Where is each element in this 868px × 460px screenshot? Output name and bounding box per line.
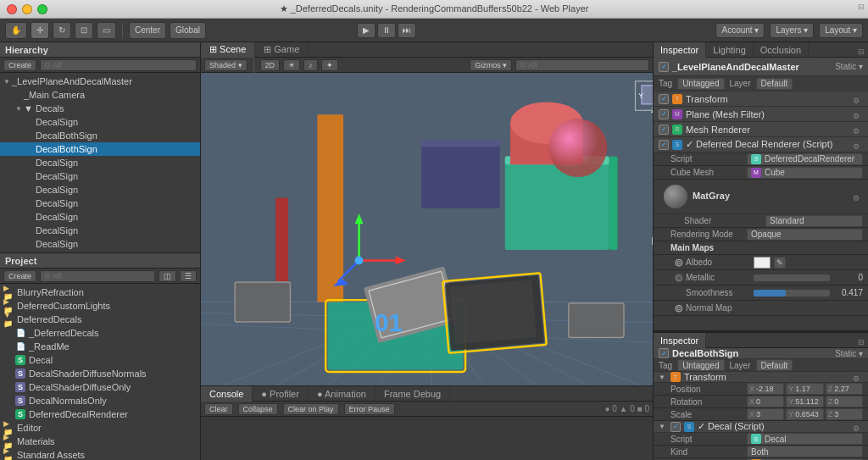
hierarchy-item-7[interactable]: DecalSign	[0, 169, 200, 183]
project-item-10[interactable]: ▶ 📁Editor	[0, 421, 200, 435]
pause-button[interactable]: ⏸	[377, 23, 396, 38]
transform2-settings[interactable]: ⚙	[851, 374, 861, 384]
albedo-picker[interactable]: ✎	[774, 257, 786, 269]
tab-scene[interactable]: ⊞ Scene	[201, 42, 255, 58]
project-item-12[interactable]: ▶ 📁Standard Assets	[0, 448, 200, 460]
obj2-active-checkbox[interactable]: ✓	[659, 348, 669, 358]
project-item-11[interactable]: ▶ 📁Materials	[0, 435, 200, 448]
obj2-static-label[interactable]: Static ▾	[835, 349, 863, 358]
scale-y-field[interactable]: Y 0.6543	[786, 408, 823, 420]
rect-tool-button[interactable]: ▭	[97, 22, 116, 39]
rotation-x-field[interactable]: X 0	[747, 396, 784, 407]
meshfilter-active[interactable]: ✓	[659, 109, 669, 119]
meshfilter-settings[interactable]: ⚙	[851, 111, 861, 121]
tab-inspector1[interactable]: Inspector	[654, 42, 706, 58]
decal-script-component[interactable]: ▼ ✓ S ✓ Decal (Script) ⚙	[654, 421, 868, 433]
clear-button[interactable]: Clear	[204, 403, 233, 415]
project-item-3[interactable]: 📄_DeferredDecals	[0, 326, 200, 340]
project-item-8[interactable]: SDecalNormalsOnly	[0, 394, 200, 407]
global-button[interactable]: Global	[170, 22, 206, 39]
mesh-filter-component[interactable]: ✓ M Plane (Mesh Filter) ⚙	[654, 107, 868, 122]
minimize-button[interactable]	[22, 4, 32, 14]
scale-x-field[interactable]: X 3	[747, 408, 784, 420]
project-item-5[interactable]: SDecal	[0, 353, 200, 367]
tab-inspector2[interactable]: Inspector	[654, 333, 706, 348]
inspector2-float[interactable]: ⊟	[856, 337, 866, 347]
tab-frame-debug[interactable]: Frame Debug	[376, 386, 450, 402]
scene-fx-btn[interactable]: ✦	[321, 59, 338, 71]
tab-console[interactable]: Console	[201, 386, 253, 402]
hierarchy-search-input[interactable]	[40, 59, 197, 71]
project-icon-btn-2[interactable]: ☰	[180, 270, 197, 282]
gizmos-dropdown[interactable]: Gizmos ▾	[470, 59, 512, 71]
console-float-btn[interactable]: ⊟	[856, 2, 866, 12]
tab-lighting[interactable]: Lighting	[706, 42, 754, 58]
hierarchy-item-2[interactable]: ▼▼ Decals	[0, 102, 200, 115]
hierarchy-item-8[interactable]: DecalSign	[0, 183, 200, 197]
albedo-swatch[interactable]	[754, 257, 771, 269]
project-item-4[interactable]: 📄_ReadMe	[0, 340, 200, 353]
project-search-input[interactable]	[40, 270, 155, 282]
position-x-field[interactable]: X -2.18	[747, 383, 784, 395]
hierarchy-create-button[interactable]: Create	[3, 59, 36, 71]
smoothness-slider[interactable]	[754, 290, 830, 297]
static-label[interactable]: Static ▾	[835, 62, 863, 71]
2d-toggle[interactable]: 2D	[260, 59, 281, 71]
obj2-transform-component[interactable]: ▼ T Transform ⚙	[654, 372, 868, 383]
project-create-button[interactable]: Create	[3, 270, 36, 282]
tab-occlusion[interactable]: Occlusion	[754, 42, 809, 58]
hierarchy-item-4[interactable]: DecalBothSign	[0, 129, 200, 142]
project-item-9[interactable]: SDeferredDecalRenderer	[0, 407, 200, 421]
error-pause-button[interactable]: Error Pause	[344, 403, 395, 415]
cubemesh-value[interactable]: M Cube	[747, 167, 863, 179]
metallic-slider[interactable]	[754, 274, 830, 281]
layout-dropdown[interactable]: Layout ▾	[819, 23, 863, 38]
hierarchy-item-6[interactable]: DecalSign	[0, 156, 200, 169]
transform-component[interactable]: ✓ T Transform ⚙	[654, 91, 868, 107]
step-button[interactable]: ⏭	[398, 23, 416, 38]
object-active-checkbox[interactable]: ✓	[659, 62, 669, 72]
obj2-tag-value[interactable]: Untagged	[677, 359, 724, 371]
mesh-renderer-component[interactable]: ✓ R Mesh Renderer ⚙	[654, 122, 868, 137]
rendering-mode-value[interactable]: Opaque	[747, 229, 863, 241]
inspector1-float[interactable]: ⊟	[856, 47, 866, 57]
obj2-layer-value[interactable]: Default	[756, 359, 793, 371]
layer-value[interactable]: Default	[756, 78, 793, 90]
hand-tool-button[interactable]: ✋	[5, 22, 27, 39]
tag-value[interactable]: Untagged	[677, 78, 724, 90]
clear-on-play-button[interactable]: Clear on Play	[283, 403, 339, 415]
rotate-tool-button[interactable]: ↻	[53, 22, 71, 39]
account-dropdown[interactable]: Account ▾	[715, 23, 765, 38]
decal-script-value[interactable]: S Decal	[747, 433, 863, 445]
project-item-2[interactable]: ▼ 📁DeferredDecals	[0, 313, 200, 326]
hierarchy-item-3[interactable]: DecalSign	[0, 115, 200, 129]
hierarchy-item-1[interactable]: _Main Camera	[0, 88, 200, 102]
scale-tool-button[interactable]: ⊡	[75, 22, 93, 39]
hierarchy-item-9[interactable]: DecalSign	[0, 197, 200, 210]
tab-game[interactable]: ⊞ Game	[255, 42, 309, 58]
meshrenderer-active[interactable]: ✓	[659, 125, 669, 135]
scene-search-input[interactable]	[515, 59, 649, 71]
layers-dropdown[interactable]: Layers ▾	[770, 23, 814, 38]
hierarchy-item-0[interactable]: ▼_LevelPlaneAndDecalMaster	[0, 75, 200, 88]
maximize-button[interactable]	[37, 4, 47, 14]
hierarchy-item-5[interactable]: DecalBothSign	[0, 142, 200, 156]
project-item-0[interactable]: ▶ 📁BlurryRefraction	[0, 285, 200, 299]
project-icon-btn-1[interactable]: ◫	[159, 270, 176, 282]
position-y-field[interactable]: Y 1.17	[786, 383, 823, 395]
shader-value[interactable]: Standard	[765, 215, 863, 227]
decal-kind-value[interactable]: Both	[747, 446, 863, 457]
hierarchy-item-11[interactable]: DecalSign	[0, 224, 200, 237]
rotation-z-field[interactable]: Z 0	[826, 396, 863, 407]
project-item-6[interactable]: SDecalShaderDiffuseNormals	[0, 367, 200, 380]
scale-z-field[interactable]: Z 3	[826, 408, 863, 420]
project-item-1[interactable]: ▶ 📁DeferredCustomLights	[0, 299, 200, 313]
decal-renderer-component[interactable]: ✓ S ✓ Deferred Decal Renderer (Script) ⚙	[654, 137, 868, 152]
scene-audio-btn[interactable]: ♪	[303, 59, 318, 71]
scene-viewport[interactable]: 01 Persp Y Z	[201, 73, 653, 385]
material-settings[interactable]: ⚙	[851, 193, 861, 203]
collapse-button[interactable]: Collapse	[238, 403, 278, 415]
play-button[interactable]: ▶	[357, 23, 376, 38]
hierarchy-item-10[interactable]: DecalSign	[0, 210, 200, 224]
tab-profiler[interactable]: ● Profiler	[253, 386, 309, 402]
